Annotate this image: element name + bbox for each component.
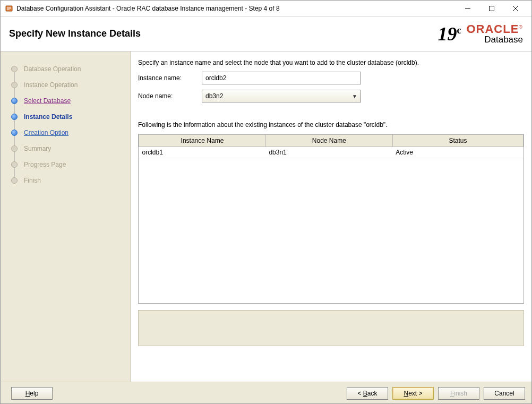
oracle-logo: 19c ORACLE® Database bbox=[437, 23, 523, 44]
window-buttons bbox=[456, 1, 527, 16]
chevron-down-icon: ▼ bbox=[352, 93, 357, 99]
node-name-value: db3n2 bbox=[205, 92, 223, 100]
app-icon bbox=[5, 4, 13, 13]
minimize-button[interactable] bbox=[456, 1, 479, 16]
page-header: Specify New Instance Details 19c ORACLE®… bbox=[1, 16, 531, 51]
step-label: Instance Operation bbox=[24, 81, 78, 89]
step-bullet-icon bbox=[11, 177, 18, 184]
next-button[interactable]: Next > bbox=[392, 387, 434, 400]
back-button[interactable]: < Back bbox=[347, 387, 388, 400]
step-label: Creation Option bbox=[24, 129, 68, 136]
message-area bbox=[138, 310, 524, 346]
col-node-name: Node Name bbox=[265, 135, 392, 147]
wizard-step-3: Instance Details bbox=[1, 109, 130, 125]
node-name-label: Node name: bbox=[138, 92, 202, 100]
instances-table: Instance Name Node Name Status orcldb1db… bbox=[138, 134, 524, 304]
finish-button: Finish bbox=[438, 387, 479, 400]
step-label: Instance Details bbox=[24, 113, 72, 121]
step-bullet-icon bbox=[11, 98, 18, 104]
table-intro-text: Following is the information about the e… bbox=[138, 121, 524, 128]
cell-status: Active bbox=[392, 147, 523, 158]
instance-name-label: Instance name: bbox=[138, 74, 202, 82]
logo-subbrand: Database bbox=[466, 35, 523, 44]
cell-instance: orcldb1 bbox=[139, 147, 266, 158]
wizard-step-0: Database Operation bbox=[1, 61, 130, 77]
cell-node: db3n1 bbox=[265, 147, 392, 158]
col-status: Status bbox=[392, 135, 523, 147]
instance-name-input[interactable] bbox=[202, 72, 361, 84]
step-bullet-icon bbox=[11, 161, 18, 168]
footer-bar: Help < Back Next > Finish Cancel bbox=[1, 382, 531, 404]
logo-brand: ORACLE® bbox=[466, 23, 523, 35]
logo-version: 19c bbox=[437, 24, 461, 44]
col-instance-name: Instance Name bbox=[139, 135, 266, 147]
step-label: Progress Page bbox=[24, 161, 66, 168]
node-name-select[interactable]: db3n2 ▼ bbox=[202, 90, 361, 102]
wizard-step-1: Instance Operation bbox=[1, 77, 130, 93]
step-bullet-icon bbox=[11, 82, 18, 88]
step-bullet-icon bbox=[11, 130, 18, 136]
maximize-button[interactable] bbox=[479, 1, 503, 16]
step-bullet-icon bbox=[11, 66, 18, 72]
wizard-step-5: Summary bbox=[1, 141, 130, 157]
wizard-sidebar: Database OperationInstance OperationSele… bbox=[1, 51, 131, 382]
close-button[interactable] bbox=[503, 1, 527, 16]
step-label: Select Database bbox=[24, 97, 71, 105]
page-title: Specify New Instance Details bbox=[9, 28, 437, 39]
titlebar: Database Configuration Assistant - Oracl… bbox=[1, 1, 531, 16]
main-panel: Specify an instance name and select the … bbox=[131, 51, 531, 382]
step-label: Finish bbox=[24, 177, 41, 184]
step-bullet-icon bbox=[11, 114, 18, 120]
table-row[interactable]: orcldb1db3n1Active bbox=[139, 147, 524, 158]
svg-rect-2 bbox=[489, 6, 494, 11]
step-bullet-icon bbox=[11, 145, 18, 152]
step-label: Database Operation bbox=[24, 65, 81, 73]
window-title: Database Configuration Assistant - Oracl… bbox=[16, 5, 456, 12]
step-label: Summary bbox=[24, 145, 51, 152]
wizard-step-2[interactable]: Select Database bbox=[1, 93, 130, 109]
wizard-step-6: Progress Page bbox=[1, 157, 130, 173]
help-button[interactable]: Help bbox=[11, 387, 53, 400]
wizard-step-4[interactable]: Creation Option bbox=[1, 125, 130, 141]
instruction-text: Specify an instance name and select the … bbox=[138, 59, 524, 66]
wizard-step-7: Finish bbox=[1, 173, 130, 188]
cancel-button[interactable]: Cancel bbox=[484, 387, 525, 400]
